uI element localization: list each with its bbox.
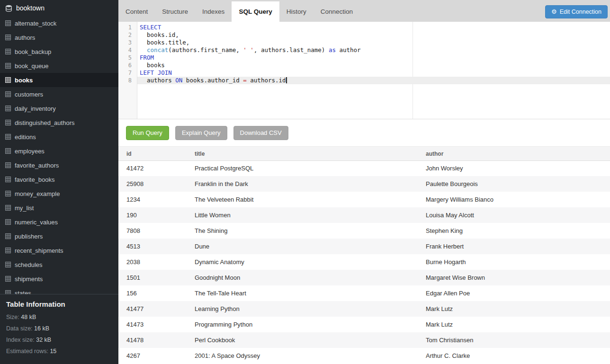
sql-token: (authors.first_name, [168, 46, 243, 53]
code-line: LEFT JOIN [137, 69, 610, 77]
sidebar-item-alternate_stock[interactable]: alternate_stock [0, 16, 118, 30]
explain-query-button[interactable]: Explain Query [175, 126, 227, 140]
query-actions: Run Query Explain Query Download CSV [118, 119, 610, 146]
table-icon [5, 162, 11, 168]
table-row[interactable]: 42672001: A Space OdysseyArthur C. Clark… [118, 348, 610, 364]
sidebar-item-book_queue[interactable]: book_queue [0, 59, 118, 73]
table-row[interactable]: 41473Programming PythonMark Lutz [118, 317, 610, 332]
tab-content[interactable]: Content [118, 1, 155, 22]
cell: 2038 [118, 254, 187, 270]
line-number: 8 [118, 77, 137, 84]
sidebar-item-favorite_authors[interactable]: favorite_authors [0, 158, 118, 172]
cell: The Tell-Tale Heart [187, 285, 418, 301]
cell: 1234 [118, 192, 187, 207]
table-information-panel: Table Information Size: 48 kBData size: … [0, 294, 118, 364]
table-icon [5, 191, 11, 196]
sql-token: books [140, 62, 165, 69]
sidebar-item-favorite_books[interactable]: favorite_books [0, 172, 118, 186]
table-info-value: 48 kB [21, 314, 36, 320]
sql-token: concat [147, 46, 168, 53]
sql-token: , authors.last_name) [254, 46, 329, 53]
table-row[interactable]: 41477Learning PythonMark Lutz [118, 301, 610, 317]
table-row[interactable]: 7808The ShiningStephen King [118, 223, 610, 239]
table-name-label: employees [15, 148, 45, 155]
sidebar-item-daily_inventory[interactable]: daily_inventory [0, 101, 118, 115]
sidebar-item-money_example[interactable]: money_example [0, 186, 118, 201]
cell: 4267 [118, 348, 187, 364]
edit-connection-button[interactable]: ⚙ Edit Connection [545, 5, 608, 18]
table-row[interactable]: 156The Tell-Tale HeartEdgar Allen Poe [118, 285, 610, 301]
sidebar-item-authors[interactable]: authors [0, 30, 118, 44]
sidebar-item-customers[interactable]: customers [0, 87, 118, 101]
table-row[interactable]: 41472Practical PostgreSQLJohn Worsley [118, 160, 610, 176]
tab-indexes[interactable]: Indexes [195, 1, 232, 22]
cell: 25908 [118, 176, 187, 192]
table-name-label: favorite_authors [15, 162, 59, 169]
text-cursor [286, 77, 287, 83]
table-name-label: book_backup [15, 48, 51, 55]
sidebar-item-editions[interactable]: editions [0, 130, 118, 144]
sidebar-item-employees[interactable]: employees [0, 144, 118, 158]
sql-token: books.author_id [182, 77, 243, 84]
tab-history[interactable]: History [279, 1, 314, 22]
run-query-button[interactable]: Run Query [126, 126, 169, 140]
sidebar-item-books[interactable]: books [0, 73, 118, 87]
table-icon [5, 106, 11, 111]
table-row[interactable]: 25908Franklin in the DarkPaulette Bourge… [118, 176, 610, 192]
table-row[interactable]: 1501Goodnight MoonMargaret Wise Brown [118, 270, 610, 285]
table-row[interactable]: 41478Perl CookbookTom Christiansen [118, 332, 610, 348]
cell: Goodnight Moon [187, 270, 418, 285]
tab-sql-query[interactable]: SQL Query [232, 1, 279, 22]
sql-editor[interactable]: 12345678 SELECT books.id, books.title, c… [118, 22, 610, 119]
sidebar-item-recent_shipments[interactable]: recent_shipments [0, 243, 118, 257]
sidebar-item-shipments[interactable]: shipments [0, 272, 118, 286]
sidebar-item-schedules[interactable]: schedules [0, 257, 118, 272]
tab-connection[interactable]: Connection [314, 1, 360, 22]
table-icon [5, 177, 11, 182]
table-row[interactable]: 4513DuneFrank Herbert [118, 239, 610, 254]
table-info-value: 32 kB [36, 337, 51, 343]
column-header-author: author [418, 146, 610, 160]
sidebar: booktown alternate_stockauthorsbook_back… [0, 0, 118, 364]
sidebar-item-numeric_values[interactable]: numeric_values [0, 215, 118, 229]
table-name-label: editions [15, 133, 36, 141]
sql-token: books.title, [140, 39, 189, 46]
download-csv-button[interactable]: Download CSV [233, 126, 288, 140]
cell: 41472 [118, 160, 187, 176]
sql-code-area[interactable]: SELECT books.id, books.title, concat(aut… [137, 22, 610, 119]
sidebar-item-states[interactable]: states [0, 286, 118, 294]
sidebar-item-distinguished_authors[interactable]: distinguished_authors [0, 115, 118, 130]
table-name-label: book_queue [15, 62, 49, 70]
sidebar-item-publishers[interactable]: publishers [0, 229, 118, 243]
cell: Frank Herbert [418, 239, 610, 254]
table-row[interactable]: 2038Dynamic AnatomyBurne Hogarth [118, 254, 610, 270]
line-number: 7 [118, 69, 137, 77]
cell: Programming Python [187, 317, 418, 332]
table-name-label: my_list [15, 204, 34, 212]
table-icon [5, 248, 11, 253]
cell: John Worsley [418, 160, 610, 176]
table-row[interactable]: 1234The Velveteen RabbitMargery Williams… [118, 192, 610, 207]
table-info-label: Index size: [6, 337, 36, 343]
table-name-label: daily_inventory [15, 105, 56, 112]
table-info-label: Estimated rows: [6, 348, 50, 355]
table-icon [5, 134, 11, 140]
database-icon [5, 5, 12, 12]
tab-structure[interactable]: Structure [155, 1, 195, 22]
cell: Louisa May Alcott [418, 207, 610, 223]
table-list: alternate_stockauthorsbook_backupbook_qu… [0, 16, 118, 294]
table-row[interactable]: 190Little WomenLouisa May Alcott [118, 207, 610, 223]
table-name-label: books [15, 77, 33, 84]
table-info-value: 15 [50, 348, 56, 355]
code-line: FROM [137, 54, 610, 62]
sidebar-item-my_list[interactable]: my_list [0, 201, 118, 215]
sidebar-item-book_backup[interactable]: book_backup [0, 44, 118, 59]
code-line: concat(authors.first_name, ' ', authors.… [137, 46, 610, 54]
table-info-label: Size: [6, 314, 21, 320]
table-name-label: schedules [15, 261, 43, 268]
line-number: 6 [118, 62, 137, 69]
sql-token: authors.id [247, 77, 286, 84]
table-info-title: Table Information [6, 300, 112, 308]
code-line: books.title, [137, 39, 610, 46]
database-header[interactable]: booktown [0, 0, 118, 16]
